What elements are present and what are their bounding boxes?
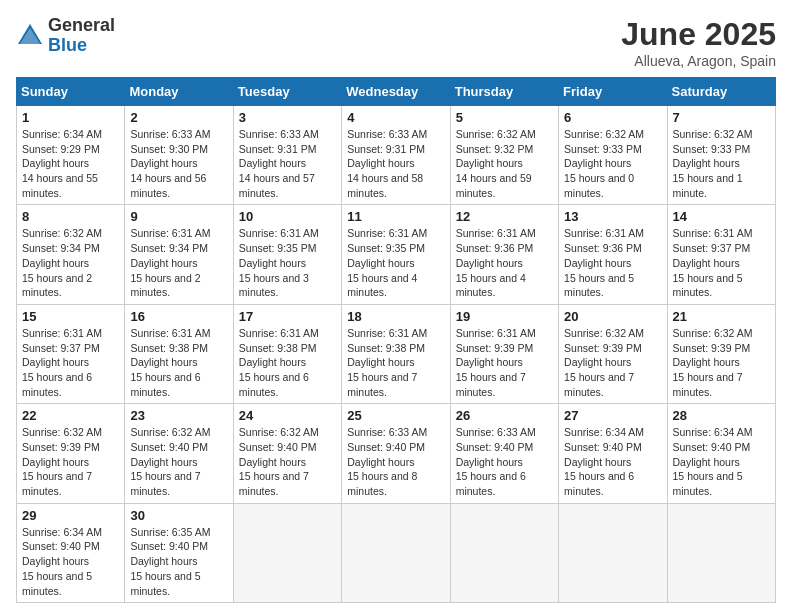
day-info: Sunrise: 6:35 AM Sunset: 9:40 PM Dayligh…	[130, 525, 227, 598]
calendar-cell: 26 Sunrise: 6:33 AM Sunset: 9:40 PM Dayl…	[450, 404, 558, 503]
logo-general: General	[48, 16, 115, 36]
calendar-cell: 19 Sunrise: 6:31 AM Sunset: 9:39 PM Dayl…	[450, 304, 558, 403]
col-thursday: Thursday	[450, 78, 558, 106]
calendar-cell	[233, 503, 341, 602]
calendar-cell: 14 Sunrise: 6:31 AM Sunset: 9:37 PM Dayl…	[667, 205, 775, 304]
calendar-cell: 20 Sunrise: 6:32 AM Sunset: 9:39 PM Dayl…	[559, 304, 667, 403]
day-info: Sunrise: 6:34 AM Sunset: 9:29 PM Dayligh…	[22, 127, 119, 200]
day-number: 7	[673, 110, 770, 125]
calendar-cell: 29 Sunrise: 6:34 AM Sunset: 9:40 PM Dayl…	[17, 503, 125, 602]
calendar-week-4: 22 Sunrise: 6:32 AM Sunset: 9:39 PM Dayl…	[17, 404, 776, 503]
calendar-week-5: 29 Sunrise: 6:34 AM Sunset: 9:40 PM Dayl…	[17, 503, 776, 602]
day-number: 4	[347, 110, 444, 125]
day-number: 10	[239, 209, 336, 224]
day-number: 12	[456, 209, 553, 224]
day-number: 6	[564, 110, 661, 125]
calendar-cell: 24 Sunrise: 6:32 AM Sunset: 9:40 PM Dayl…	[233, 404, 341, 503]
calendar-cell: 2 Sunrise: 6:33 AM Sunset: 9:30 PM Dayli…	[125, 106, 233, 205]
day-info: Sunrise: 6:31 AM Sunset: 9:38 PM Dayligh…	[239, 326, 336, 399]
day-info: Sunrise: 6:32 AM Sunset: 9:39 PM Dayligh…	[564, 326, 661, 399]
day-info: Sunrise: 6:33 AM Sunset: 9:40 PM Dayligh…	[456, 425, 553, 498]
day-info: Sunrise: 6:32 AM Sunset: 9:40 PM Dayligh…	[239, 425, 336, 498]
calendar-cell: 15 Sunrise: 6:31 AM Sunset: 9:37 PM Dayl…	[17, 304, 125, 403]
day-info: Sunrise: 6:31 AM Sunset: 9:37 PM Dayligh…	[673, 226, 770, 299]
day-info: Sunrise: 6:33 AM Sunset: 9:30 PM Dayligh…	[130, 127, 227, 200]
calendar-cell: 25 Sunrise: 6:33 AM Sunset: 9:40 PM Dayl…	[342, 404, 450, 503]
day-number: 9	[130, 209, 227, 224]
calendar-cell: 12 Sunrise: 6:31 AM Sunset: 9:36 PM Dayl…	[450, 205, 558, 304]
day-info: Sunrise: 6:31 AM Sunset: 9:35 PM Dayligh…	[347, 226, 444, 299]
calendar-cell: 4 Sunrise: 6:33 AM Sunset: 9:31 PM Dayli…	[342, 106, 450, 205]
calendar-week-3: 15 Sunrise: 6:31 AM Sunset: 9:37 PM Dayl…	[17, 304, 776, 403]
day-info: Sunrise: 6:31 AM Sunset: 9:38 PM Dayligh…	[130, 326, 227, 399]
day-number: 20	[564, 309, 661, 324]
day-number: 21	[673, 309, 770, 324]
day-number: 15	[22, 309, 119, 324]
day-info: Sunrise: 6:33 AM Sunset: 9:40 PM Dayligh…	[347, 425, 444, 498]
day-number: 2	[130, 110, 227, 125]
calendar-cell: 21 Sunrise: 6:32 AM Sunset: 9:39 PM Dayl…	[667, 304, 775, 403]
day-info: Sunrise: 6:32 AM Sunset: 9:32 PM Dayligh…	[456, 127, 553, 200]
day-info: Sunrise: 6:31 AM Sunset: 9:36 PM Dayligh…	[456, 226, 553, 299]
calendar-cell: 10 Sunrise: 6:31 AM Sunset: 9:35 PM Dayl…	[233, 205, 341, 304]
day-number: 14	[673, 209, 770, 224]
day-info: Sunrise: 6:32 AM Sunset: 9:39 PM Dayligh…	[673, 326, 770, 399]
logo-blue: Blue	[48, 36, 115, 56]
calendar-cell: 23 Sunrise: 6:32 AM Sunset: 9:40 PM Dayl…	[125, 404, 233, 503]
calendar-week-1: 1 Sunrise: 6:34 AM Sunset: 9:29 PM Dayli…	[17, 106, 776, 205]
logo-text: General Blue	[48, 16, 115, 56]
day-info: Sunrise: 6:31 AM Sunset: 9:39 PM Dayligh…	[456, 326, 553, 399]
calendar-cell: 9 Sunrise: 6:31 AM Sunset: 9:34 PM Dayli…	[125, 205, 233, 304]
calendar-cell: 27 Sunrise: 6:34 AM Sunset: 9:40 PM Dayl…	[559, 404, 667, 503]
col-saturday: Saturday	[667, 78, 775, 106]
day-number: 19	[456, 309, 553, 324]
day-info: Sunrise: 6:32 AM Sunset: 9:39 PM Dayligh…	[22, 425, 119, 498]
day-info: Sunrise: 6:33 AM Sunset: 9:31 PM Dayligh…	[347, 127, 444, 200]
calendar-cell: 7 Sunrise: 6:32 AM Sunset: 9:33 PM Dayli…	[667, 106, 775, 205]
calendar-cell: 8 Sunrise: 6:32 AM Sunset: 9:34 PM Dayli…	[17, 205, 125, 304]
calendar: Sunday Monday Tuesday Wednesday Thursday…	[16, 77, 776, 603]
calendar-cell: 22 Sunrise: 6:32 AM Sunset: 9:39 PM Dayl…	[17, 404, 125, 503]
calendar-week-2: 8 Sunrise: 6:32 AM Sunset: 9:34 PM Dayli…	[17, 205, 776, 304]
day-info: Sunrise: 6:31 AM Sunset: 9:38 PM Dayligh…	[347, 326, 444, 399]
calendar-cell: 11 Sunrise: 6:31 AM Sunset: 9:35 PM Dayl…	[342, 205, 450, 304]
day-info: Sunrise: 6:34 AM Sunset: 9:40 PM Dayligh…	[564, 425, 661, 498]
calendar-cell: 30 Sunrise: 6:35 AM Sunset: 9:40 PM Dayl…	[125, 503, 233, 602]
day-number: 13	[564, 209, 661, 224]
calendar-cell: 1 Sunrise: 6:34 AM Sunset: 9:29 PM Dayli…	[17, 106, 125, 205]
col-sunday: Sunday	[17, 78, 125, 106]
calendar-cell: 6 Sunrise: 6:32 AM Sunset: 9:33 PM Dayli…	[559, 106, 667, 205]
col-tuesday: Tuesday	[233, 78, 341, 106]
subtitle: Allueva, Aragon, Spain	[621, 53, 776, 69]
day-number: 25	[347, 408, 444, 423]
day-number: 1	[22, 110, 119, 125]
day-number: 18	[347, 309, 444, 324]
day-info: Sunrise: 6:31 AM Sunset: 9:35 PM Dayligh…	[239, 226, 336, 299]
day-number: 26	[456, 408, 553, 423]
day-number: 8	[22, 209, 119, 224]
day-info: Sunrise: 6:32 AM Sunset: 9:34 PM Dayligh…	[22, 226, 119, 299]
day-info: Sunrise: 6:32 AM Sunset: 9:33 PM Dayligh…	[564, 127, 661, 200]
day-info: Sunrise: 6:34 AM Sunset: 9:40 PM Dayligh…	[673, 425, 770, 498]
day-info: Sunrise: 6:31 AM Sunset: 9:37 PM Dayligh…	[22, 326, 119, 399]
calendar-body: 1 Sunrise: 6:34 AM Sunset: 9:29 PM Dayli…	[17, 106, 776, 603]
day-number: 23	[130, 408, 227, 423]
day-number: 17	[239, 309, 336, 324]
calendar-cell: 17 Sunrise: 6:31 AM Sunset: 9:38 PM Dayl…	[233, 304, 341, 403]
calendar-cell: 18 Sunrise: 6:31 AM Sunset: 9:38 PM Dayl…	[342, 304, 450, 403]
calendar-cell	[559, 503, 667, 602]
calendar-cell	[450, 503, 558, 602]
day-info: Sunrise: 6:31 AM Sunset: 9:36 PM Dayligh…	[564, 226, 661, 299]
day-number: 3	[239, 110, 336, 125]
calendar-header-row: Sunday Monday Tuesday Wednesday Thursday…	[17, 78, 776, 106]
day-info: Sunrise: 6:32 AM Sunset: 9:33 PM Dayligh…	[673, 127, 770, 200]
day-number: 5	[456, 110, 553, 125]
col-monday: Monday	[125, 78, 233, 106]
day-number: 24	[239, 408, 336, 423]
day-number: 30	[130, 508, 227, 523]
col-friday: Friday	[559, 78, 667, 106]
day-info: Sunrise: 6:32 AM Sunset: 9:40 PM Dayligh…	[130, 425, 227, 498]
calendar-cell: 5 Sunrise: 6:32 AM Sunset: 9:32 PM Dayli…	[450, 106, 558, 205]
day-info: Sunrise: 6:33 AM Sunset: 9:31 PM Dayligh…	[239, 127, 336, 200]
calendar-cell: 28 Sunrise: 6:34 AM Sunset: 9:40 PM Dayl…	[667, 404, 775, 503]
